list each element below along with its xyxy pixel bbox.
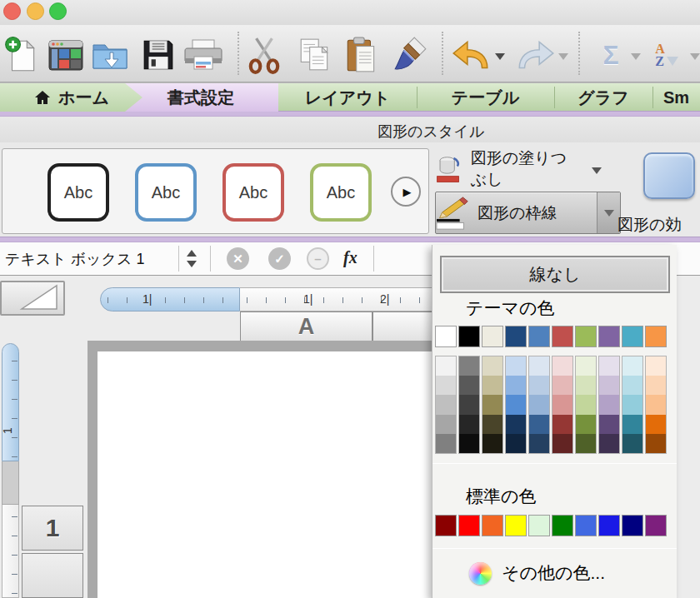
color-swatch[interactable] bbox=[506, 434, 526, 453]
tab-format-selected[interactable]: 書式設定 bbox=[123, 83, 278, 112]
insert-function-button[interactable]: fx bbox=[343, 248, 358, 267]
color-swatch[interactable] bbox=[552, 415, 572, 434]
color-swatch[interactable] bbox=[622, 515, 643, 536]
tab-chart[interactable]: グラフ bbox=[554, 83, 652, 112]
color-swatch[interactable] bbox=[622, 415, 642, 434]
autosum-dropdown-arrow[interactable] bbox=[631, 53, 641, 60]
color-swatch[interactable] bbox=[482, 395, 502, 414]
autosum-button[interactable]: Σ bbox=[593, 33, 628, 77]
zoom-window-button[interactable] bbox=[49, 2, 67, 20]
gallery-expand-button[interactable]: ▶ bbox=[391, 177, 421, 207]
color-swatch[interactable] bbox=[529, 356, 549, 376]
color-swatch[interactable] bbox=[436, 415, 456, 434]
color-swatch[interactable] bbox=[436, 434, 456, 453]
color-swatch[interactable] bbox=[576, 415, 596, 434]
color-swatch[interactable] bbox=[459, 356, 479, 376]
color-swatch[interactable] bbox=[506, 356, 526, 376]
color-swatch[interactable] bbox=[552, 376, 572, 395]
color-swatch[interactable] bbox=[552, 434, 572, 453]
save-button[interactable] bbox=[138, 33, 178, 77]
color-swatch[interactable] bbox=[646, 395, 666, 414]
sort-dropdown-arrow[interactable] bbox=[690, 53, 700, 60]
color-swatch[interactable] bbox=[599, 415, 619, 434]
color-swatch[interactable] bbox=[436, 376, 456, 395]
tab-table[interactable]: テーブル bbox=[417, 83, 554, 112]
color-swatch[interactable] bbox=[528, 326, 550, 347]
open-button[interactable] bbox=[90, 33, 130, 77]
minimize-window-button[interactable] bbox=[27, 2, 44, 20]
shape-style-black[interactable]: Abc bbox=[48, 163, 109, 222]
color-swatch[interactable] bbox=[436, 356, 456, 376]
color-swatch[interactable] bbox=[646, 415, 666, 434]
redo-button[interactable] bbox=[513, 33, 558, 77]
color-swatch[interactable] bbox=[622, 395, 642, 414]
row-header-1[interactable]: 1 bbox=[22, 506, 83, 551]
color-swatch[interactable] bbox=[506, 415, 526, 434]
color-swatch[interactable] bbox=[529, 415, 549, 434]
color-swatch[interactable] bbox=[576, 395, 596, 414]
new-document-button[interactable] bbox=[2, 33, 42, 77]
color-swatch[interactable] bbox=[529, 395, 549, 414]
confirm-entry-button[interactable]: ✓ bbox=[268, 247, 291, 270]
format-painter-button[interactable] bbox=[390, 33, 430, 77]
shape-style-red[interactable]: Abc bbox=[222, 163, 284, 222]
color-swatch[interactable] bbox=[505, 515, 527, 536]
color-swatch[interactable] bbox=[552, 515, 573, 536]
select-all-corner-button[interactable] bbox=[0, 281, 65, 316]
shape-effects-preview-button[interactable] bbox=[643, 152, 695, 199]
color-swatch[interactable] bbox=[528, 515, 550, 536]
name-box-stepper[interactable] bbox=[187, 250, 197, 267]
color-swatch[interactable] bbox=[575, 326, 597, 347]
worksheet-page[interactable] bbox=[98, 351, 446, 598]
undo-dropdown-arrow[interactable] bbox=[495, 53, 505, 60]
color-swatch[interactable] bbox=[529, 434, 549, 453]
copy-button[interactable] bbox=[295, 33, 335, 77]
color-swatch[interactable] bbox=[459, 395, 479, 414]
color-swatch[interactable] bbox=[598, 326, 620, 347]
color-swatch[interactable] bbox=[529, 376, 549, 395]
color-swatch[interactable] bbox=[458, 515, 480, 536]
color-swatch[interactable] bbox=[645, 326, 667, 347]
column-header-a[interactable]: A bbox=[240, 311, 372, 341]
color-swatch[interactable] bbox=[599, 376, 619, 395]
color-swatch[interactable] bbox=[482, 326, 503, 347]
color-swatch[interactable] bbox=[622, 356, 642, 376]
color-swatch[interactable] bbox=[575, 515, 597, 536]
shape-outline-dropdown-zone[interactable] bbox=[597, 192, 620, 233]
no-line-button[interactable]: 線なし bbox=[440, 256, 670, 293]
shape-style-green[interactable]: Abc bbox=[310, 163, 372, 222]
color-swatch[interactable] bbox=[622, 376, 642, 395]
sort-button[interactable]: AZ bbox=[646, 33, 688, 77]
color-swatch[interactable] bbox=[646, 356, 666, 376]
color-swatch[interactable] bbox=[482, 415, 502, 434]
color-swatch[interactable] bbox=[506, 376, 526, 395]
row-header-2[interactable] bbox=[22, 553, 83, 598]
color-swatch[interactable] bbox=[552, 326, 573, 347]
color-swatch[interactable] bbox=[482, 356, 502, 376]
color-swatch[interactable] bbox=[576, 376, 596, 395]
color-swatch[interactable] bbox=[436, 395, 456, 414]
color-swatch[interactable] bbox=[482, 376, 502, 395]
undo-button[interactable] bbox=[448, 33, 493, 77]
tab-smartart[interactable]: Sm bbox=[652, 83, 700, 112]
color-swatch[interactable] bbox=[646, 376, 666, 395]
color-swatch[interactable] bbox=[482, 515, 503, 536]
color-swatch[interactable] bbox=[599, 356, 619, 376]
color-swatch[interactable] bbox=[506, 395, 526, 414]
color-swatch[interactable] bbox=[435, 326, 457, 347]
color-swatch[interactable] bbox=[598, 515, 620, 536]
color-swatch[interactable] bbox=[576, 434, 596, 453]
color-swatch[interactable] bbox=[576, 356, 596, 376]
tab-layout[interactable]: レイアウト bbox=[278, 83, 417, 112]
close-window-button[interactable] bbox=[3, 2, 21, 20]
color-swatch[interactable] bbox=[459, 376, 479, 395]
shape-outline-button[interactable]: 図形の枠線 bbox=[435, 192, 621, 234]
shape-style-blue[interactable]: Abc bbox=[135, 163, 197, 222]
redo-dropdown-arrow[interactable] bbox=[558, 53, 568, 60]
color-swatch[interactable] bbox=[552, 395, 572, 414]
color-swatch[interactable] bbox=[435, 515, 457, 536]
color-swatch[interactable] bbox=[599, 434, 619, 453]
print-button[interactable] bbox=[183, 33, 223, 77]
color-swatch[interactable] bbox=[622, 326, 643, 347]
shape-fill-button[interactable]: 図形の塗りつぶし bbox=[435, 149, 602, 189]
